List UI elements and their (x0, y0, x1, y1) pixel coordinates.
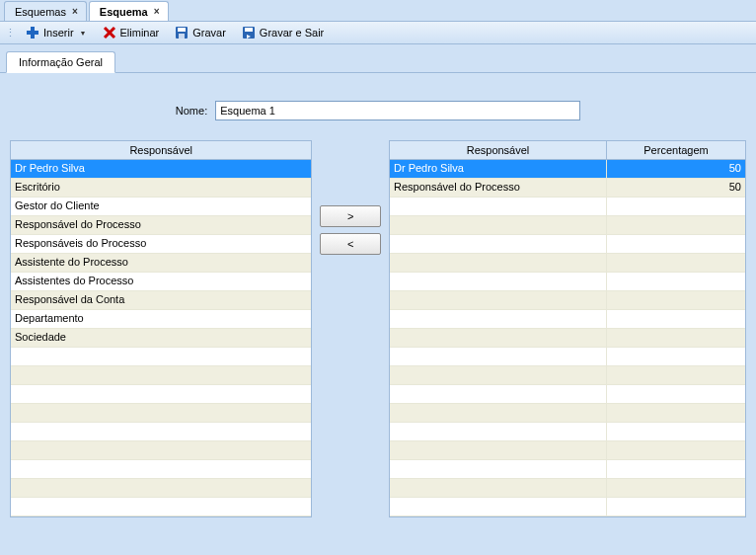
name-input[interactable] (215, 101, 580, 120)
tab-label: Informação Geral (19, 56, 103, 68)
list-cell: Escritório (11, 179, 311, 197)
button-label: Eliminar (120, 27, 160, 39)
selected-list: Responsável Percentagem Dr Pedro Silva50… (389, 140, 746, 517)
list-row[interactable] (390, 479, 745, 498)
column-header[interactable]: Percentagem (607, 141, 745, 159)
list-cell (607, 216, 745, 234)
list-row[interactable] (390, 198, 745, 216)
list-cell (390, 310, 607, 328)
list-row[interactable]: Dr Pedro Silva (11, 160, 311, 179)
list-row[interactable] (390, 329, 745, 348)
tab-esquema[interactable]: Esquema × (89, 1, 169, 21)
list-row[interactable] (390, 460, 745, 479)
list-row[interactable]: Dr Pedro Silva50 (390, 160, 745, 179)
list-row[interactable] (390, 310, 745, 329)
list-cell: 50 (607, 179, 745, 197)
list-cell: Gestor do Cliente (11, 198, 311, 215)
list-cell (607, 291, 745, 309)
list-row[interactable]: Gestor do Cliente (11, 198, 311, 216)
list-row[interactable]: Responsável do Processo50 (390, 179, 745, 198)
list-cell (390, 291, 607, 309)
list-cell (390, 479, 607, 497)
list-row[interactable] (390, 385, 745, 404)
list-row[interactable]: Departamento (11, 310, 311, 329)
list-body[interactable]: Dr Pedro Silva50Responsável do Processo5… (390, 160, 745, 516)
list-cell (607, 310, 745, 328)
toolbar: ⋮ Inserir ▼ Eliminar Gravar Gravar e Sai… (0, 21, 756, 44)
column-header[interactable]: Responsável (11, 141, 311, 159)
toolbar-grip: ⋮ (4, 27, 17, 40)
list-cell (11, 348, 311, 365)
list-row[interactable] (11, 441, 311, 460)
insert-button[interactable]: Inserir ▼ (19, 23, 94, 42)
list-cell (607, 385, 745, 403)
list-header: Responsável Percentagem (390, 141, 745, 160)
delete-button[interactable]: Eliminar (96, 23, 167, 42)
remove-button[interactable]: < (320, 233, 381, 255)
list-cell (11, 366, 311, 384)
list-row[interactable]: Escritório (11, 179, 311, 198)
list-row[interactable]: Assistentes do Processo (11, 273, 311, 291)
list-row[interactable]: Responsáveis do Processo (11, 235, 311, 254)
save-exit-button[interactable]: Gravar e Sair (235, 23, 331, 42)
list-row[interactable] (390, 216, 745, 235)
list-body[interactable]: Dr Pedro SilvaEscritórioGestor do Client… (11, 160, 311, 516)
list-row[interactable] (11, 404, 311, 423)
list-row[interactable]: Responsável do Processo (11, 216, 311, 235)
list-row[interactable]: Assistente do Processo (11, 254, 311, 273)
list-row[interactable] (390, 291, 745, 310)
add-button[interactable]: > (320, 205, 381, 227)
save-button[interactable]: Gravar (168, 23, 233, 42)
list-cell (390, 198, 607, 215)
list-row[interactable] (11, 460, 311, 479)
list-row[interactable] (390, 235, 745, 254)
list-cell (11, 441, 311, 459)
list-cell (11, 385, 311, 403)
list-cell: Assistentes do Processo (11, 273, 311, 290)
list-row[interactable] (390, 273, 745, 291)
tab-esquemas[interactable]: Esquemas × (4, 1, 87, 21)
list-cell (11, 460, 311, 478)
list-row[interactable] (390, 498, 745, 516)
content-panel: Nome: Responsável Dr Pedro SilvaEscritór… (0, 73, 756, 525)
list-cell (390, 385, 607, 403)
list-row[interactable] (390, 404, 745, 423)
close-icon[interactable]: × (72, 6, 78, 17)
svg-rect-6 (179, 34, 185, 39)
tab-general-info[interactable]: Informação Geral (6, 51, 115, 73)
list-cell (607, 366, 745, 384)
list-row[interactable] (390, 441, 745, 460)
transfer-buttons: > < (318, 140, 383, 517)
list-cell (607, 235, 745, 253)
list-row[interactable] (11, 479, 311, 498)
tab-label: Esquema (100, 6, 148, 18)
lists-area: Responsável Dr Pedro SilvaEscritórioGest… (8, 140, 748, 517)
list-cell: Responsável do Processo (390, 179, 607, 197)
button-label: < (347, 238, 353, 250)
button-label: Inserir (43, 27, 74, 39)
list-row[interactable] (390, 423, 745, 441)
column-header[interactable]: Responsável (390, 141, 607, 159)
list-row[interactable] (11, 423, 311, 441)
list-row[interactable] (11, 348, 311, 366)
button-label: Gravar (192, 27, 226, 39)
list-cell: Sociedade (11, 329, 311, 347)
list-row[interactable]: Sociedade (11, 329, 311, 348)
list-cell (390, 254, 607, 272)
name-row: Nome: (8, 101, 748, 120)
list-row[interactable] (390, 254, 745, 273)
list-cell (607, 479, 745, 497)
list-cell (11, 404, 311, 422)
list-row[interactable] (390, 366, 745, 385)
list-cell: 50 (607, 160, 745, 178)
list-row[interactable] (390, 348, 745, 366)
list-row[interactable] (11, 366, 311, 385)
close-icon[interactable]: × (154, 6, 160, 17)
list-row[interactable]: Responsável da Conta (11, 291, 311, 310)
list-row[interactable] (11, 498, 311, 516)
plus-icon (26, 26, 39, 40)
list-cell (607, 498, 745, 515)
list-cell (607, 329, 745, 347)
list-row[interactable] (11, 385, 311, 404)
list-cell: Responsáveis do Processo (11, 235, 311, 253)
